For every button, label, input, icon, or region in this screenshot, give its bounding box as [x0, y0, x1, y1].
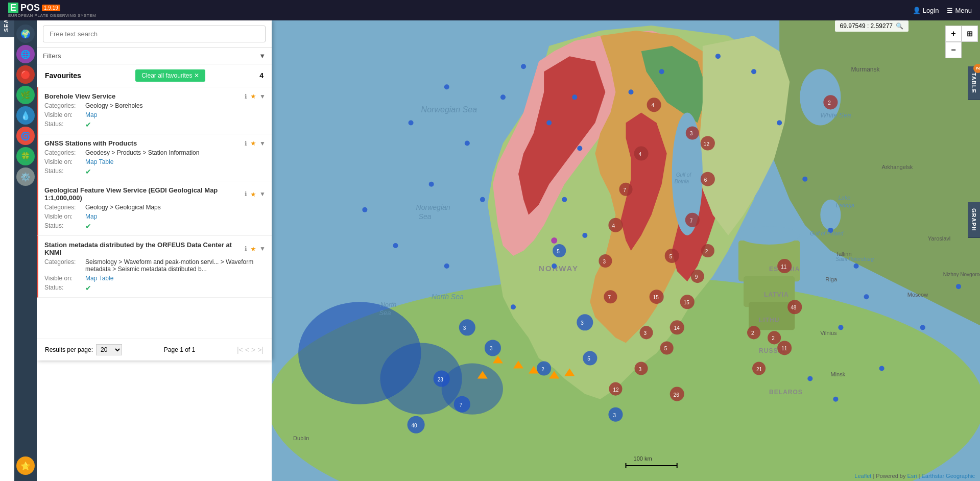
seismology-icon[interactable]: 🌿 — [16, 86, 35, 104]
table-badge: 2 — [973, 64, 980, 73]
geodesy-icon[interactable]: 🌐 — [16, 45, 35, 63]
clear-favourites-button[interactable]: Clear all favourites ✕ — [135, 69, 205, 82]
svg-text:14: 14 — [674, 325, 680, 331]
svg-point-113 — [465, 141, 470, 146]
svg-text:40: 40 — [412, 423, 418, 428]
svg-text:Dublin: Dublin — [293, 435, 309, 441]
search-input[interactable] — [43, 26, 266, 42]
svg-point-140 — [879, 366, 885, 371]
star-icon[interactable]: ★ — [250, 139, 256, 147]
svg-point-139 — [833, 397, 838, 402]
svg-point-77 — [608, 218, 623, 232]
info-icon[interactable]: ℹ — [245, 140, 247, 147]
per-page-select[interactable]: 20 50 100 — [96, 344, 122, 355]
coordinate-value: 69.97549 : 2.59277 — [840, 22, 893, 30]
chevron-down-icon[interactable]: ▼ — [259, 93, 266, 100]
table-tab[interactable]: TABLE 2 — [968, 66, 980, 100]
graph-tab[interactable]: GRAPH — [968, 202, 980, 238]
next-page-button[interactable]: > — [251, 346, 255, 354]
star-icon[interactable]: ★ — [250, 92, 256, 100]
map-area[interactable]: Norwegian Sea Norwegian Sea North Sea No… — [272, 20, 980, 481]
info-icon[interactable]: ℹ — [245, 245, 247, 252]
chevron-down-icon[interactable]: ▼ — [259, 140, 266, 147]
svg-text:5: 5 — [664, 346, 667, 351]
geology-icon[interactable]: 🔴 — [16, 65, 35, 84]
search-icon[interactable]: 🔍 — [896, 22, 903, 30]
map-link[interactable]: Map — [85, 213, 97, 220]
visible-label: Visible on: — [44, 275, 85, 282]
result-title: Geological Feature View Service (EGDI Ge… — [44, 186, 245, 202]
svg-point-121 — [562, 197, 567, 202]
categories-value: Geology > Boreholes — [85, 102, 142, 109]
result-item: Borehole View Service ℹ ★ ▼ Categories: … — [37, 87, 272, 134]
svg-text:North Sea: North Sea — [432, 293, 464, 301]
svg-point-137 — [838, 325, 843, 330]
earthstar-link[interactable]: Earthstar Geographic — [921, 473, 975, 479]
filters-bar[interactable]: Filters ▼ — [37, 48, 272, 64]
svg-point-114 — [429, 182, 434, 187]
favourites-icon[interactable]: ⭐ — [16, 456, 35, 475]
svg-text:5: 5 — [587, 356, 590, 362]
favourites-count: 4 — [259, 71, 264, 80]
map-link[interactable]: Map — [85, 111, 97, 118]
svg-text:Riga: Riga — [825, 276, 838, 282]
result-item-header: Borehole View Service ℹ ★ ▼ — [44, 92, 266, 100]
result-title: GNSS Stations with Products — [44, 139, 245, 147]
logo-pos: POS — [20, 3, 40, 13]
svg-text:3: 3 — [690, 131, 693, 137]
star-icon[interactable]: ★ — [250, 190, 256, 198]
table-link[interactable]: Table — [99, 158, 114, 165]
svg-point-143 — [459, 319, 475, 335]
result-visible-row: Visible on: Map Table — [44, 275, 266, 282]
svg-text:2: 2 — [772, 335, 775, 341]
user-icon: 👤 — [913, 7, 921, 14]
svg-text:21: 21 — [756, 367, 762, 372]
svg-point-133 — [802, 177, 807, 182]
svg-text:2: 2 — [541, 367, 544, 372]
result-title: Borehole View Service — [44, 92, 245, 100]
globe-icon[interactable]: 🌍 — [16, 25, 35, 43]
result-status-row: Status: ✔ — [44, 121, 266, 129]
status-label: Status: — [44, 222, 85, 230]
wave-icon[interactable]: 🌀 — [16, 127, 35, 145]
info-icon[interactable]: ℹ — [245, 93, 247, 100]
map-link[interactable]: Map — [85, 158, 97, 165]
result-categories-row: Categories: Seismology > Waveform and pe… — [44, 258, 266, 273]
table-link[interactable]: Table — [99, 275, 114, 282]
svg-text:Ladoga: Ladoga — [835, 202, 854, 208]
svg-point-129 — [659, 69, 664, 74]
result-icons: ℹ ★ ▼ — [245, 190, 266, 198]
data-icon[interactable]: ⚙️ — [16, 167, 35, 186]
status-label: Status: — [44, 121, 85, 129]
navbar: E POS 1.9.19 EUROPEAN PLATE OBSERVING SY… — [0, 0, 980, 20]
last-page-button[interactable]: >| — [257, 346, 264, 354]
svg-text:12: 12 — [613, 387, 619, 393]
esri-link[interactable]: Esri — [907, 473, 917, 479]
map-link[interactable]: Map — [85, 275, 97, 282]
per-page-selector: Results per page: 20 50 100 — [45, 344, 122, 355]
first-page-button[interactable]: |< — [237, 346, 243, 354]
logo-e: E — [8, 3, 18, 13]
network-icon[interactable]: 💧 — [16, 106, 35, 125]
zoom-in-button[interactable]: + — [945, 26, 962, 42]
svg-point-135 — [853, 263, 858, 269]
prev-page-button[interactable]: < — [245, 346, 249, 354]
results-panel: Favourites Clear all favourites ✕ 4 Bore… — [37, 64, 272, 360]
star-icon[interactable]: ★ — [250, 245, 256, 253]
svg-point-141 — [920, 325, 925, 330]
chevron-down-icon[interactable]: ▼ — [259, 190, 266, 198]
satellite-icon[interactable]: 🍀 — [16, 147, 35, 165]
result-visible-row: Visible on: Map — [44, 111, 266, 118]
leaflet-link[interactable]: Leaflet — [854, 473, 871, 479]
svg-text:2: 2 — [828, 100, 831, 106]
zoom-out-button[interactable]: − — [945, 42, 962, 58]
graph-tab-label: GRAPH — [971, 208, 977, 231]
chevron-down-icon[interactable]: ▼ — [259, 245, 266, 252]
login-button[interactable]: 👤 Login — [913, 7, 939, 14]
categories-value: Geology > Geological Maps — [85, 204, 161, 211]
info-icon[interactable]: ℹ — [245, 190, 247, 198]
svg-text:26: 26 — [674, 392, 680, 398]
menu-button[interactable]: ☰ Menu — [947, 7, 972, 14]
svg-text:North: North — [380, 301, 396, 308]
table-tab-label: TABLE — [971, 73, 977, 93]
